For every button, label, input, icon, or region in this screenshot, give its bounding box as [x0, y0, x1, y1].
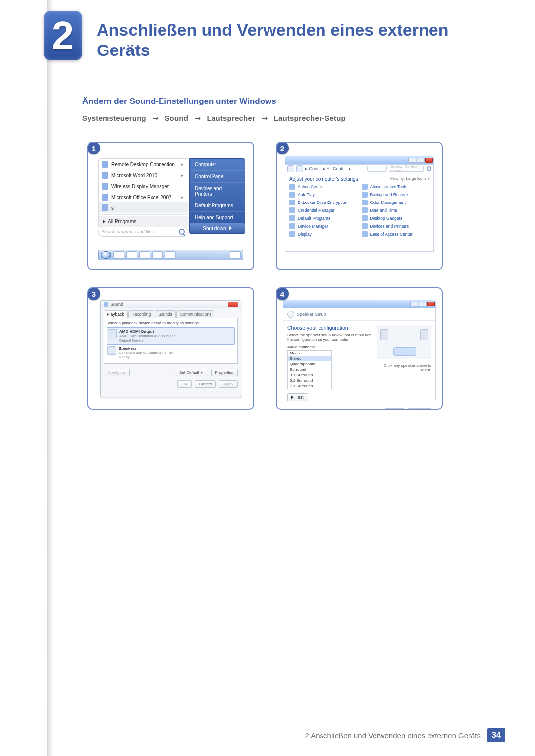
taskbar-button[interactable]	[126, 251, 137, 259]
step-badge-3: 3	[87, 287, 100, 300]
playback-device[interactable]: Speakers Conexant 20671 SmartAudio HD Re…	[107, 345, 235, 361]
control-panel-item[interactable]: Display	[289, 231, 358, 237]
playback-device[interactable]: AMD HDMI Output AMD High Definition Audi…	[107, 327, 235, 345]
start-item-label: Microsoft Word 2010	[111, 173, 157, 178]
breadcrumb-extra[interactable]	[367, 166, 387, 172]
device-name: Speakers	[119, 346, 173, 351]
control-panel-item[interactable]: Backup and Restore	[362, 192, 430, 198]
control-panel-item[interactable]: Devices and Printers	[362, 223, 430, 229]
start-item[interactable]: s	[99, 202, 188, 213]
step-badge-1: 1	[87, 142, 100, 154]
start-orb-icon[interactable]	[101, 251, 111, 259]
start-right-item[interactable]: Devices and Printers	[190, 183, 245, 200]
nav-back-button[interactable]	[287, 311, 294, 318]
start-right-item[interactable]: Computer	[190, 159, 245, 171]
start-right-item[interactable]: Help and Support	[190, 212, 245, 224]
audio-option-selected[interactable]: Stereo	[288, 356, 331, 361]
dropdown-arrow-icon	[229, 226, 232, 230]
apply-button[interactable]: Apply	[219, 380, 238, 388]
close-button[interactable]	[425, 158, 433, 163]
configure-button[interactable]: Configure	[104, 369, 130, 376]
start-item[interactable]: Microsoft Word 2010▸	[99, 170, 188, 181]
ok-button[interactable]: OK	[177, 380, 192, 388]
speaker-icon[interactable]	[420, 329, 428, 340]
triangle-right-icon	[103, 220, 105, 224]
control-panel-item[interactable]: Date and Time	[362, 207, 430, 213]
screenshot-grid: 1 Remote Desktop Connection▸ Microsoft W…	[87, 142, 443, 427]
taskbar-button[interactable]	[165, 251, 176, 259]
program-icon	[102, 204, 108, 211]
control-panel-item[interactable]: Ease of Access Center	[362, 231, 430, 237]
control-panel-body: Adjust your computer's settings View by:…	[285, 173, 434, 252]
breadcrumb[interactable]: ▸ Cont... ▸ All Contr... ▸	[305, 166, 351, 171]
search-icon	[427, 166, 431, 171]
control-panel-item[interactable]: Desktop Gadgets	[362, 215, 430, 221]
minimize-button[interactable]	[408, 158, 416, 163]
control-panel-item[interactable]: Default Programs	[289, 215, 358, 221]
control-panel-item[interactable]: Color Management	[362, 200, 430, 205]
audio-option[interactable]: Mono	[288, 351, 331, 356]
speaker-icon[interactable]	[380, 329, 388, 340]
taskbar-button[interactable]	[113, 251, 124, 259]
set-default-button[interactable]: Set Default	[175, 369, 208, 376]
page-number-badge: 34	[487, 728, 505, 742]
tab-communications[interactable]: Communications	[176, 310, 214, 318]
close-button[interactable]	[228, 302, 238, 307]
start-item[interactable]: Remote Desktop Connection▸	[99, 159, 188, 170]
properties-button[interactable]: Properties	[211, 369, 238, 376]
audio-channels-label: Audio channels:	[287, 345, 373, 349]
nav-back-button[interactable]	[287, 165, 294, 172]
cancel-button[interactable]: Cancel	[195, 380, 216, 388]
tab-recording[interactable]: Recording	[128, 310, 155, 318]
test-button[interactable]: Test	[287, 393, 308, 401]
start-item[interactable]: Wireless Display Manager	[99, 181, 188, 192]
device-state: Default Device	[119, 338, 175, 343]
minimize-button[interactable]	[410, 302, 418, 306]
playback-panel: Select a playback device below to modify…	[104, 318, 238, 364]
speaker-diagram	[377, 325, 431, 359]
speaker-icon	[104, 302, 108, 307]
search-input[interactable]: Search Control Panel	[389, 166, 424, 172]
wizard-subtitle: Select the speaker setup below that is m…	[287, 333, 373, 342]
control-panel-item[interactable]: Device Manager	[289, 223, 358, 229]
control-panel-item[interactable]: AutoPlay	[289, 192, 358, 198]
tab-playback[interactable]: Playback	[104, 310, 128, 318]
wizard-title: Choose your configuration	[287, 325, 373, 331]
shutdown-button[interactable]: Shut down	[189, 223, 245, 234]
audio-option[interactable]: 3.1 Surround	[288, 372, 331, 378]
control-panel-item[interactable]: Action Center	[289, 184, 358, 190]
audio-option[interactable]: 5.1 Surround	[288, 378, 331, 383]
audio-option[interactable]: 7.1 Surround	[288, 383, 331, 389]
divider	[99, 214, 188, 215]
next-button[interactable]: Next	[385, 408, 404, 410]
tab-sounds[interactable]: Sounds	[155, 310, 176, 318]
all-programs[interactable]: All Programs	[99, 216, 188, 227]
audio-option[interactable]: Quadraphonic	[288, 361, 331, 367]
search-icon	[179, 229, 185, 235]
search-placeholder: Search programs and files	[102, 229, 154, 234]
cp-icon	[289, 231, 295, 237]
taskbar-button[interactable]	[230, 251, 241, 259]
view-by-label[interactable]: View by: Large icons ▾	[390, 176, 429, 181]
maximize-button[interactable]	[419, 302, 427, 306]
start-right-item[interactable]: Control Panel	[190, 171, 245, 183]
close-button[interactable]	[427, 302, 435, 306]
taskbar-button[interactable]	[152, 251, 163, 259]
audio-option[interactable]: Surround	[288, 367, 331, 372]
path-step-3: Lautsprecher	[207, 114, 255, 122]
taskbar	[98, 250, 243, 260]
nav-forward-button[interactable]	[296, 165, 303, 172]
taskbar-button[interactable]	[139, 251, 150, 259]
cp-icon	[289, 215, 295, 221]
path-step-1: Systemsteuerung	[82, 114, 146, 122]
start-item[interactable]: Microsoft Office Excel 2007▸	[99, 192, 188, 202]
audio-channels-list[interactable]: Mono Stereo Quadraphonic Surround 3.1 Su…	[287, 350, 332, 389]
control-panel-item[interactable]: BitLocker Drive Encryption	[289, 200, 358, 205]
control-panel-item[interactable]: Administrative Tools	[362, 184, 430, 190]
screenshot-control-panel: 2 ▸ Cont... ▸ All Contr... ▸ Search Cont…	[276, 142, 443, 270]
control-panel-item[interactable]: Credential Manager	[289, 207, 358, 213]
start-right-item[interactable]: Default Programs	[190, 200, 245, 212]
maximize-button[interactable]	[417, 158, 425, 163]
start-search-input[interactable]: Search programs and files	[98, 227, 188, 237]
cancel-button[interactable]: Cancel	[408, 408, 431, 410]
